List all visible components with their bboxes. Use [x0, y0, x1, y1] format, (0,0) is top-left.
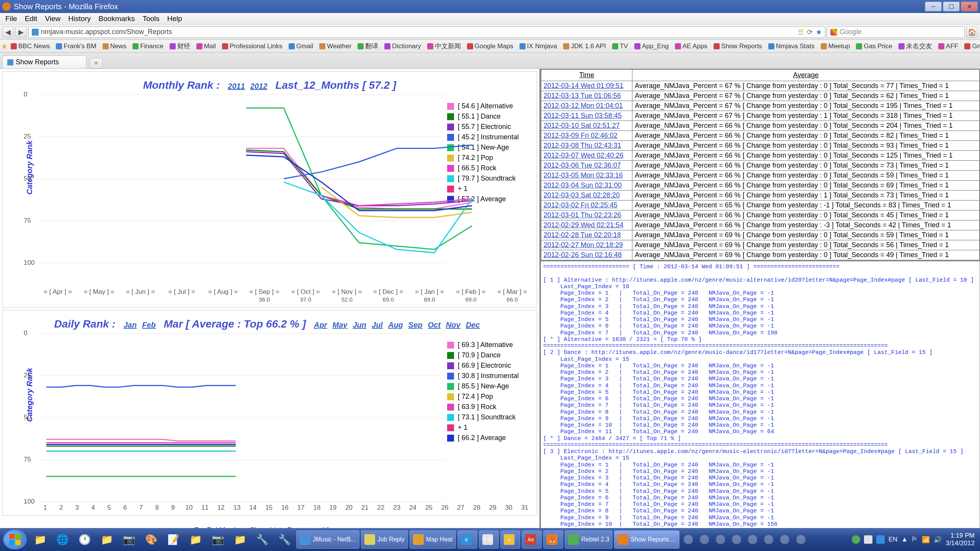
- taskbar-pinned-icon[interactable]: 🔧: [274, 530, 295, 549]
- chart-title-link[interactable]: Feb: [142, 321, 156, 329]
- bookmark-item[interactable]: JDK 1.6 API: [560, 42, 609, 51]
- reload-icon[interactable]: ⟳: [807, 28, 813, 36]
- tray-icon[interactable]: [864, 535, 872, 544]
- bookmark-item[interactable]: Nmjava Stats: [765, 42, 818, 51]
- tray-network-icon[interactable]: 📶: [922, 536, 930, 544]
- taskbar-pinned-icon[interactable]: 📷: [207, 530, 229, 549]
- time-link[interactable]: 2012-03-10 Sat 02:51:27: [544, 122, 620, 129]
- bookmark-item[interactable]: AFF: [935, 42, 961, 51]
- bookmark-item[interactable]: Show Reports: [710, 42, 765, 51]
- taskbar-small-icon[interactable]: [697, 530, 712, 549]
- taskbar-pinned-icon[interactable]: 🔧: [252, 530, 273, 549]
- url-input[interactable]: nmjava-music.appspot.com/Show_Reports ☰ …: [28, 26, 825, 38]
- taskbar-task[interactable]: Show Reports ...: [614, 530, 679, 549]
- taskbar-small-icon[interactable]: [761, 530, 776, 549]
- bookmark-item[interactable]: Frank's BM: [53, 42, 99, 51]
- bookmark-item[interactable]: App_Eng: [631, 42, 672, 51]
- time-link[interactable]: 2012-03-12 Mon 01:04:01: [544, 102, 623, 109]
- taskbar-task[interactable]: ○: [500, 530, 520, 549]
- rss-icon[interactable]: ☰: [798, 28, 804, 36]
- bookmark-item[interactable]: 翻译: [354, 41, 381, 51]
- tray-icon[interactable]: [852, 535, 860, 544]
- menu-help[interactable]: Help: [163, 13, 186, 24]
- bookmark-item[interactable]: Finance: [129, 42, 166, 51]
- tray-icon[interactable]: [876, 535, 885, 544]
- menu-file[interactable]: File: [2, 13, 21, 24]
- menu-history[interactable]: History: [64, 13, 95, 24]
- time-link[interactable]: 2012-03-11 Sun 03:58:45: [544, 112, 622, 119]
- bookmark-item[interactable]: News: [100, 42, 130, 51]
- taskbar-small-icon[interactable]: [713, 530, 728, 549]
- time-link[interactable]: 2012-02-29 Wed 02:21:54: [544, 221, 624, 229]
- bookmark-item[interactable]: TV: [609, 42, 631, 51]
- taskbar-pinned-icon[interactable]: 📁: [29, 530, 51, 549]
- chart-title-link[interactable]: May: [333, 321, 348, 329]
- home-button[interactable]: 🏠: [966, 26, 978, 38]
- time-link[interactable]: 2012-02-26 Sun 02:16:48: [544, 251, 622, 259]
- time-link[interactable]: 2012-03-08 Thu 02:43:31: [544, 142, 621, 149]
- taskbar-task[interactable]: Job Reply: [361, 530, 408, 549]
- menu-view[interactable]: View: [41, 13, 64, 24]
- time-link[interactable]: 2012-03-07 Wed 02:40:26: [544, 152, 624, 159]
- taskbar-pinned-icon[interactable]: 📁: [185, 530, 206, 549]
- taskbar-task[interactable]: 中英: [479, 530, 499, 549]
- close-button[interactable]: ✕: [961, 2, 978, 11]
- taskbar-task[interactable]: Rebtel 2.3: [565, 530, 612, 549]
- taskbar-pinned-icon[interactable]: 📁: [229, 530, 251, 549]
- bookmark-item[interactable]: Google Maps: [464, 42, 516, 51]
- time-link[interactable]: 2012-03-02 Fri 02:25:45: [544, 201, 617, 209]
- bookmarks-star-icon[interactable]: ★: [1, 42, 8, 51]
- taskbar-task[interactable]: 🦊: [543, 530, 563, 549]
- forward-button[interactable]: ▶: [15, 26, 27, 38]
- bookmark-item[interactable]: Weather: [316, 42, 354, 51]
- time-link[interactable]: 2012-03-03 Sat 02:28:20: [544, 191, 620, 199]
- maximize-button[interactable]: ☐: [943, 2, 960, 11]
- chart-title-link[interactable]: Apr: [314, 321, 327, 329]
- table-header[interactable]: Time: [541, 70, 632, 81]
- bookmark-item[interactable]: AE Apps: [672, 42, 710, 51]
- taskbar-task[interactable]: Map Heat: [410, 530, 456, 549]
- chart-title-link[interactable]: Jun: [353, 321, 366, 329]
- taskbar-pinned-icon[interactable]: 📝: [163, 530, 184, 549]
- bookmark-item[interactable]: BBC News: [8, 42, 53, 51]
- taskbar-small-icon[interactable]: [777, 530, 792, 549]
- log-output[interactable]: ========================= [ Time : 2012-…: [541, 260, 980, 536]
- time-link[interactable]: 2012-03-01 Thu 02:23:26: [544, 211, 621, 219]
- taskbar-pinned-icon[interactable]: 📁: [96, 530, 118, 549]
- bookmark-item[interactable]: 未名交友: [895, 41, 935, 51]
- table-header[interactable]: Average: [632, 70, 980, 81]
- new-tab-button[interactable]: +: [90, 58, 103, 68]
- taskbar-small-icon[interactable]: [793, 530, 808, 549]
- chart-title-link[interactable]: 2012: [250, 82, 268, 90]
- tray-flag-icon[interactable]: 🏳: [911, 536, 918, 543]
- bookmark-item[interactable]: Gas Price: [853, 42, 895, 51]
- chart-title-link[interactable]: Oct: [428, 321, 441, 329]
- bookmark-item[interactable]: Gmail: [286, 42, 316, 51]
- menu-edit[interactable]: Edit: [21, 13, 41, 24]
- back-button[interactable]: ◀: [2, 26, 14, 38]
- chart-title-link[interactable]: Jul: [372, 321, 383, 329]
- taskbar-pinned-icon[interactable]: 🌐: [52, 530, 73, 549]
- bookmark-item[interactable]: Meetup: [818, 42, 853, 51]
- report-table-wrapper[interactable]: TimeAverage2012-03-14 Wed 01:09:51Averag…: [541, 69, 980, 260]
- bookmark-item[interactable]: Mail: [193, 42, 219, 51]
- taskbar-pinned-icon[interactable]: 🕐: [74, 530, 95, 549]
- minimize-button[interactable]: ─: [925, 2, 942, 11]
- bookmark-item[interactable]: Professional Links: [219, 42, 286, 51]
- bookmark-item[interactable]: IX Nmjava: [516, 42, 560, 51]
- taskbar-small-icon[interactable]: [681, 530, 696, 549]
- time-link[interactable]: 2012-02-28 Tue 02:20:18: [544, 231, 621, 239]
- time-link[interactable]: 2012-03-04 Sun 02:31:00: [544, 181, 622, 189]
- tray-chevron-icon[interactable]: ▲: [902, 536, 908, 543]
- time-link[interactable]: 2012-02-27 Mon 02:18:29: [544, 241, 623, 249]
- time-link[interactable]: 2012-03-05 Mon 02:33:16: [544, 171, 623, 179]
- chart-title-link[interactable]: Aug: [388, 321, 403, 329]
- bookmark-item[interactable]: 财经: [167, 41, 193, 51]
- menu-tools[interactable]: Tools: [139, 13, 163, 24]
- chart-title-link[interactable]: Nov: [446, 321, 461, 329]
- taskbar-small-icon[interactable]: [745, 530, 760, 549]
- chart-title-link[interactable]: Jan: [124, 321, 137, 329]
- start-button[interactable]: [3, 530, 27, 549]
- menu-bookmarks[interactable]: Bookmarks: [95, 13, 139, 24]
- bookmark-star-icon[interactable]: ★: [816, 28, 822, 36]
